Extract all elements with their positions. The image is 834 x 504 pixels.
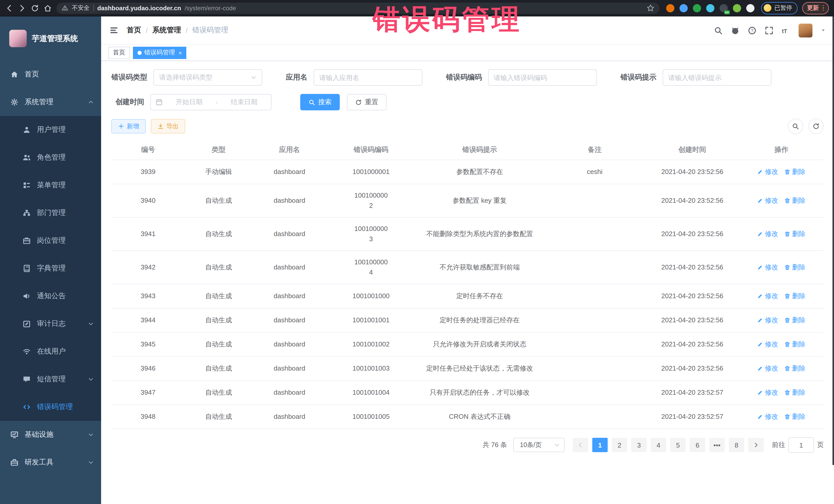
ext-puzzle-icon[interactable] (746, 4, 754, 12)
table-row[interactable]: 3946自动生成dashboard1001001003定时任务已经处于该状态，无… (111, 357, 824, 381)
table-row[interactable]: 3939手动编辑dashboard1001000001参数配置不存在ceshi2… (111, 160, 824, 184)
error-type-select[interactable]: 请选择错误码类型 (153, 69, 262, 86)
breadcrumb-home[interactable]: 首页 (127, 26, 141, 35)
search-button[interactable]: 搜索 (300, 94, 340, 110)
page-button-3[interactable]: 3 (631, 438, 647, 452)
page-button-6[interactable]: 6 (690, 438, 705, 452)
toggle-search-button[interactable] (788, 118, 803, 134)
delete-link[interactable]: 删除 (785, 262, 806, 273)
sidebar-item-audit-log[interactable]: 审计日志 (0, 310, 101, 338)
delete-link[interactable]: 删除 (785, 411, 806, 422)
sidebar-item-post-management[interactable]: 岗位管理 (0, 227, 101, 255)
tag-home[interactable]: 首页 (108, 46, 130, 59)
prev-page-button[interactable] (573, 438, 588, 452)
app-name-input[interactable] (313, 69, 422, 86)
edit-link[interactable]: 修改 (757, 314, 778, 326)
app-logo-row[interactable]: 芋道管理系统 (0, 17, 101, 61)
sidebar-item-dev-tools[interactable]: 研发工具 (0, 448, 101, 476)
error-code-input[interactable] (488, 69, 597, 86)
edit-link[interactable]: 修改 (757, 228, 778, 240)
ext-proxy-icon[interactable]: on (720, 4, 728, 12)
pages-ellipsis[interactable]: ••• (709, 438, 725, 452)
delete-link[interactable]: 删除 (785, 166, 806, 178)
start-date-placeholder[interactable]: 开始日期 (167, 97, 212, 107)
page-button-2[interactable]: 2 (612, 438, 627, 452)
error-tip-input[interactable] (663, 69, 771, 86)
sidebar-item-user-management[interactable]: 用户管理 (0, 116, 101, 144)
sidebar-item-department-management[interactable]: 部门管理 (0, 199, 101, 227)
delete-link[interactable]: 删除 (785, 387, 806, 398)
scrollbar[interactable] (832, 17, 834, 465)
bookmark-star-icon[interactable] (647, 4, 654, 12)
date-range-picker[interactable]: 开始日期 - 结束日期 (150, 94, 271, 110)
table-row[interactable]: 3940自动生成dashboard100100000 2参数配置 key 重复2… (111, 184, 824, 218)
page-button-1[interactable]: 1 (592, 438, 608, 452)
browser-update-button[interactable]: 更新 (802, 2, 829, 14)
sidebar-item-infrastructure[interactable]: 基础设施 (0, 421, 101, 448)
next-page-button[interactable] (748, 438, 764, 452)
ext-grid-icon[interactable] (706, 4, 715, 12)
font-size-icon[interactable]: tT (782, 26, 790, 35)
delete-link[interactable]: 删除 (785, 290, 806, 302)
profile-paused-chip[interactable]: 已暂停 (761, 2, 797, 14)
address-bar[interactable]: 不安全 dashboard.yudao.iocoder.cn/system/er… (57, 2, 659, 14)
add-button[interactable]: 新增 (111, 119, 146, 133)
sidebar-item-menu-management[interactable]: 菜单管理 (0, 171, 101, 199)
delete-link[interactable]: 删除 (785, 314, 806, 326)
sidebar-item-home[interactable]: 首页 (0, 61, 101, 88)
fullscreen-icon[interactable] (765, 26, 773, 35)
delete-link[interactable]: 删除 (785, 228, 806, 240)
sidebar-item-error-code-management[interactable]: 错误码管理 (0, 393, 101, 421)
ext-orange-ring-icon[interactable] (666, 4, 674, 12)
reload-icon[interactable] (31, 4, 39, 12)
ext-spy-icon[interactable] (733, 4, 741, 12)
security-label[interactable]: 不安全 (72, 4, 90, 12)
table-row[interactable]: 3947自动生成dashboard1001001004只有开启状态的任务，才可以… (111, 381, 824, 405)
tag-close-icon[interactable]: × (179, 49, 182, 56)
edit-link[interactable]: 修改 (757, 195, 778, 206)
table-row[interactable]: 3944自动生成dashboard1001001001定时任务的处理器已经存在2… (111, 308, 824, 333)
sidebar-item-notice-announcement[interactable]: 通知公告 (0, 282, 101, 310)
browser-menu-icon[interactable] (822, 5, 824, 11)
browser-home-icon[interactable] (44, 4, 52, 12)
sidebar-item-role-management[interactable]: 角色管理 (0, 144, 101, 171)
caret-down-icon[interactable] (821, 28, 826, 33)
tag-error-code[interactable]: 错误码管理× (133, 46, 186, 59)
page-button-4[interactable]: 4 (651, 438, 666, 452)
sidebar-item-online-users[interactable]: 在线用户 (0, 338, 101, 366)
edit-link[interactable]: 修改 (757, 262, 778, 273)
breadcrumb-system[interactable]: 系统管理 (152, 26, 181, 35)
sidebar-item-dict-management[interactable]: 字典管理 (0, 255, 101, 282)
page-button-8[interactable]: 8 (729, 438, 744, 452)
help-icon[interactable]: ? (748, 26, 756, 35)
hamburger-icon[interactable] (109, 26, 118, 35)
table-row[interactable]: 3943自动生成dashboard1001001000定时任务不存在2021-0… (111, 284, 824, 308)
table-row[interactable]: 3948自动生成dashboard1001001005CRON 表达式不正确20… (111, 405, 824, 429)
edit-link[interactable]: 修改 (757, 411, 778, 422)
edit-link[interactable]: 修改 (757, 339, 778, 350)
goto-page-input[interactable] (788, 437, 814, 453)
page-size-select[interactable]: 10条/页 (513, 438, 565, 452)
delete-link[interactable]: 删除 (785, 195, 806, 206)
edit-link[interactable]: 修改 (757, 363, 778, 374)
ext-blue-gem-icon[interactable] (680, 4, 688, 12)
page-button-5[interactable]: 5 (670, 438, 686, 452)
back-icon[interactable] (5, 4, 13, 12)
user-avatar[interactable] (798, 23, 812, 37)
edit-link[interactable]: 修改 (757, 290, 778, 302)
github-icon[interactable] (731, 26, 740, 35)
edit-link[interactable]: 修改 (757, 166, 778, 178)
delete-link[interactable]: 删除 (785, 339, 806, 350)
end-date-placeholder[interactable]: 结束日期 (222, 97, 266, 107)
table-row[interactable]: 3942自动生成dashboard100100000 4不允许获取敏感配置到前端… (111, 251, 824, 284)
delete-link[interactable]: 删除 (785, 363, 806, 374)
sidebar-item-sms-management[interactable]: 短信管理 (0, 366, 101, 393)
refresh-table-button[interactable] (808, 118, 824, 134)
ext-green-y-icon[interactable] (693, 4, 701, 12)
table-row[interactable]: 3941自动生成dashboard100100000 3不能删除类型为系统内置的… (111, 218, 824, 251)
table-row[interactable]: 3945自动生成dashboard1001001002只允许修改为开启或者关闭状… (111, 333, 824, 357)
sidebar-item-system-management[interactable]: 系统管理 (0, 88, 101, 116)
export-button[interactable]: 导出 (151, 119, 185, 133)
reset-button[interactable]: 重置 (347, 94, 387, 110)
edit-link[interactable]: 修改 (757, 387, 778, 398)
